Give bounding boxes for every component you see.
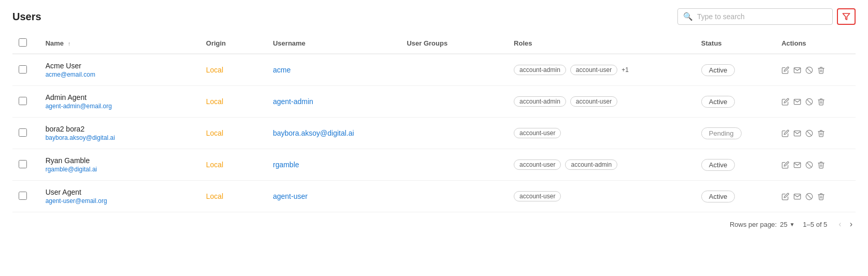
user-name-2: bora2 bora2 (46, 125, 194, 133)
header-actions: Actions (775, 33, 856, 54)
username-2: baybora.aksoy@digital.ai (273, 129, 354, 137)
table-row: Ryan Gamble rgamble@digital.ai Localrgam… (12, 149, 856, 181)
role-badge-1: account-admin (514, 96, 566, 107)
roles-container-1: account-adminaccount-user (514, 96, 689, 107)
disable-icon-1[interactable] (805, 98, 813, 106)
usergroups-3 (400, 149, 508, 181)
next-page-button[interactable]: › (847, 219, 856, 230)
disable-icon-2[interactable] (805, 129, 813, 137)
edit-icon-2[interactable] (782, 129, 789, 137)
roles-container-3: account-useraccount-admin (514, 159, 689, 170)
role-badge-0: account-user (570, 65, 617, 75)
svg-line-6 (807, 131, 812, 136)
status-badge-0: Active (701, 64, 735, 76)
usergroups-2 (400, 118, 508, 149)
header-username: Username (267, 33, 400, 54)
svg-line-10 (807, 194, 812, 199)
table-row: Admin Agent agent-admin@email.org Locala… (12, 86, 856, 118)
username-4: agent-user (273, 192, 308, 200)
user-email-4: agent-user@email.org (46, 197, 194, 205)
delete-icon-3[interactable] (817, 161, 825, 169)
users-table: Name ↑ Origin Username User Groups Roles… (12, 33, 856, 212)
user-email-2: baybora.aksoy@digital.ai (46, 134, 194, 141)
page-container: Users 🔍 Name ↑ (0, 0, 868, 240)
header-roles: Roles (508, 33, 695, 54)
origin-3: Local (206, 161, 223, 169)
filter-icon (842, 12, 850, 21)
disable-icon-4[interactable] (805, 193, 813, 200)
role-badge-3: account-user (514, 159, 561, 170)
user-name-3: Ryan Gamble (46, 156, 194, 165)
table-row: User Agent agent-user@email.org Localage… (12, 181, 856, 212)
table-header-row: Name ↑ Origin Username User Groups Roles… (12, 33, 856, 54)
status-badge-3: Active (701, 159, 735, 171)
delete-icon-2[interactable] (817, 129, 825, 137)
disable-icon-3[interactable] (805, 161, 813, 169)
status-badge-4: Active (701, 191, 735, 202)
user-email-3: rgamble@digital.ai (46, 166, 194, 173)
edit-icon-4[interactable] (782, 193, 789, 200)
pagination-info: 1–5 of 5 (803, 221, 827, 228)
rows-per-page: Rows per page: 25 ▼ (730, 221, 794, 228)
role-badge-4: account-user (514, 191, 561, 201)
header-checkbox-col (12, 33, 39, 54)
email-icon-1[interactable] (793, 98, 801, 106)
select-all-checkbox[interactable] (19, 38, 27, 47)
delete-icon-1[interactable] (817, 98, 825, 106)
table-row: Acme User acme@email.com Localacmeaccoun… (12, 54, 856, 86)
row-checkbox-2[interactable] (19, 128, 27, 137)
page-header: Users 🔍 (12, 8, 856, 25)
origin-2: Local (206, 129, 223, 137)
user-name-4: User Agent (46, 188, 194, 196)
user-name-1: Admin Agent (46, 93, 194, 101)
row-checkbox-3[interactable] (19, 160, 27, 168)
username-0: acme (273, 66, 291, 74)
actions-container-2 (782, 129, 849, 137)
roles-container-0: account-adminaccount-user+1 (514, 65, 689, 75)
header-status: Status (695, 33, 775, 54)
search-input[interactable] (697, 12, 827, 21)
row-checkbox-1[interactable] (19, 97, 27, 105)
sort-asc-icon[interactable]: ↑ (68, 40, 71, 47)
svg-line-4 (807, 99, 812, 104)
user-name-0: Acme User (46, 62, 194, 70)
row-checkbox-4[interactable] (19, 192, 27, 200)
svg-line-8 (807, 163, 812, 167)
pagination-row: Rows per page: 25 ▼ 1–5 of 5 ‹ › (12, 212, 856, 232)
prev-page-button[interactable]: ‹ (835, 219, 844, 230)
email-icon-2[interactable] (793, 129, 801, 137)
usergroups-1 (400, 86, 508, 118)
filter-button[interactable] (837, 8, 856, 25)
header-usergroups: User Groups (400, 33, 508, 54)
search-icon: 🔍 (683, 12, 693, 21)
disable-icon-0[interactable] (805, 66, 813, 74)
origin-1: Local (206, 97, 223, 106)
email-icon-3[interactable] (793, 161, 801, 169)
header-name: Name ↑ (39, 33, 200, 54)
user-email-0: acme@email.com (46, 71, 194, 78)
email-icon-0[interactable] (793, 66, 801, 74)
actions-container-0 (782, 66, 849, 74)
delete-icon-0[interactable] (817, 66, 825, 74)
username-1: agent-admin (273, 97, 313, 106)
email-icon-4[interactable] (793, 193, 801, 200)
edit-icon-1[interactable] (782, 98, 789, 106)
roles-container-4: account-user (514, 191, 689, 201)
edit-icon-0[interactable] (782, 66, 789, 74)
edit-icon-3[interactable] (782, 161, 789, 169)
header-origin: Origin (200, 33, 267, 54)
header-right: 🔍 (677, 8, 856, 25)
username-3: rgamble (273, 161, 299, 169)
roles-container-2: account-user (514, 128, 689, 138)
actions-container-1 (782, 98, 849, 106)
table-body: Acme User acme@email.com Localacmeaccoun… (12, 54, 856, 212)
role-badge-1: account-user (570, 96, 617, 107)
role-badge-0: account-admin (514, 65, 566, 75)
search-box: 🔍 (677, 8, 833, 25)
extra-roles-0: +1 (621, 66, 629, 74)
delete-icon-4[interactable] (817, 193, 825, 200)
rows-per-page-select[interactable]: 25 ▼ (780, 221, 794, 228)
row-checkbox-0[interactable] (19, 65, 27, 74)
status-badge-1: Active (701, 96, 735, 108)
page-title: Users (12, 11, 41, 23)
